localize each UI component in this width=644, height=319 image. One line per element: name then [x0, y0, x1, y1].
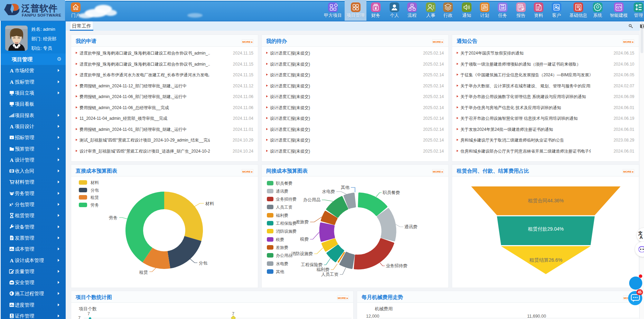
- svg-text:水电费: 水电费: [322, 189, 335, 194]
- svg-text:A: A: [10, 68, 14, 74]
- svg-text:劳务: 劳务: [109, 215, 118, 220]
- svg-text:福利费: 福利费: [316, 267, 330, 272]
- svg-text:职员餐费: 职员餐费: [382, 190, 400, 195]
- svg-text:租赁结算26.6%: 租赁结算26.6%: [529, 257, 562, 263]
- svg-text:0: 0: [11, 170, 12, 172]
- svg-text:A: A: [640, 235, 643, 240]
- svg-text:分包: 分包: [199, 261, 208, 265]
- svg-text:业务招待费: 业务招待费: [386, 263, 408, 268]
- svg-text:工程保险费: 工程保险费: [301, 262, 323, 267]
- svg-text:x²: x²: [9, 202, 13, 207]
- svg-text:租赁: 租赁: [139, 270, 148, 275]
- svg-text:消防设施费: 消防设施费: [291, 251, 313, 256]
- svg-text:人员工资: 人员工资: [321, 272, 339, 277]
- svg-text:FANPU SOFTWARE: FANPU SOFTWARE: [22, 13, 61, 17]
- svg-text:租赁合同44.36%: 租赁合同44.36%: [528, 198, 563, 203]
- svg-text:A: A: [10, 157, 14, 163]
- svg-text:租赁付款29.04%: 租赁付款29.04%: [528, 226, 563, 232]
- svg-text:A: A: [10, 258, 14, 263]
- svg-text:办公用品: 办公用品: [303, 197, 320, 202]
- svg-text:A: A: [10, 124, 14, 129]
- svg-text:材料: 材料: [205, 201, 214, 206]
- svg-text:税费: 税费: [300, 237, 309, 242]
- svg-text:其他: 其他: [341, 185, 350, 190]
- svg-text:差旅费: 差旅费: [296, 220, 309, 224]
- svg-text:泛普软件: 泛普软件: [21, 3, 57, 13]
- svg-text:通讯费: 通讯费: [404, 224, 418, 229]
- svg-text:A: A: [10, 79, 14, 85]
